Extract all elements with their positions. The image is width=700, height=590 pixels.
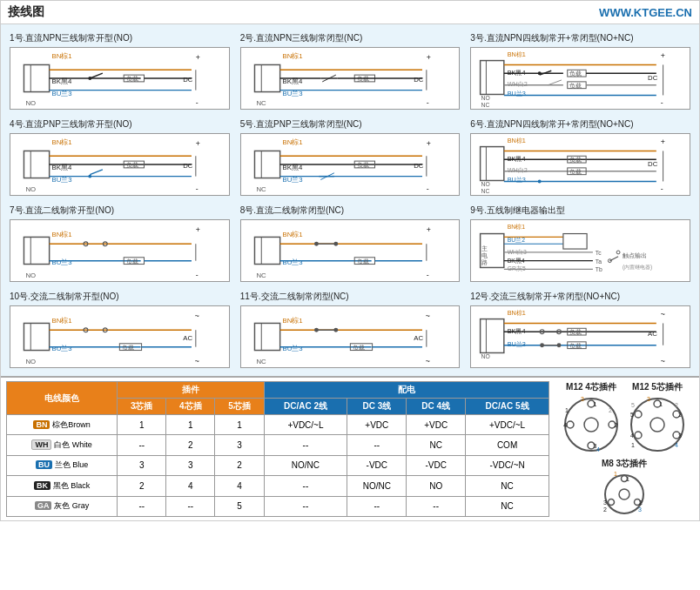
svg-text:WH白2: WH白2 — [508, 166, 528, 174]
diagram-3-svg: NO NC + - BN棕1 BK黑4 负载 WH白2 — [471, 48, 690, 109]
main-container: 接线图 WWW.KTGEE.CN 1号.直流NPN三线制常开型(NO) NO +… — [0, 0, 700, 521]
svg-text:2: 2 — [675, 402, 678, 408]
svg-text:BU兰3: BU兰3 — [52, 176, 72, 184]
row-bn-p5: 1 — [215, 415, 264, 435]
svg-text:BN棕1: BN棕1 — [282, 231, 302, 238]
diagram-8-box: NC + - BN棕1 BU兰3 负载 — [240, 219, 461, 282]
m12-4pin-svg: 1 2 3 4 3 2 4 1 — [562, 395, 621, 454]
svg-text:负载: 负载 — [569, 169, 582, 175]
svg-rect-0 — [24, 64, 49, 91]
row-bu-pw3: -VDC — [347, 455, 407, 475]
m8-3pin-svg: 1 2 3 1 3 2 — [602, 472, 647, 517]
row-bk-pw2: -- — [264, 476, 347, 496]
svg-text:3: 3 — [678, 432, 682, 439]
row-bn-p3: 1 — [118, 415, 166, 435]
svg-text:BU兰3: BU兰3 — [282, 90, 302, 97]
svg-text:负载: 负载 — [122, 345, 134, 351]
svg-text:BU兰3: BU兰3 — [282, 176, 302, 184]
svg-text:BN棕1: BN棕1 — [508, 137, 526, 144]
row-bk-pw4: NO — [407, 476, 466, 496]
diagram-10-svg: NO ~ ~ BN棕1 BU兰3 负载 AC — [10, 306, 229, 367]
svg-text:BN棕1: BN棕1 — [282, 52, 302, 60]
col-plugin-3: 3芯插 — [118, 399, 166, 415]
svg-text:~: ~ — [661, 357, 665, 365]
svg-text:NO: NO — [25, 99, 36, 107]
row-bn-code: BN 棕色Brown — [7, 415, 118, 435]
diagram-3-title: 3号.直流NPN四线制常开+常闭型(NO+NC) — [470, 32, 690, 44]
svg-text:+: + — [426, 139, 430, 148]
table-section: 电线颜色 插件 配电 3芯插 4芯插 5芯插 DC/AC 2线 DC 3线 DC… — [1, 376, 699, 520]
row-wh-p4: 2 — [166, 435, 215, 455]
svg-text:BN棕1: BN棕1 — [508, 50, 526, 58]
svg-text:BU兰3: BU兰3 — [52, 345, 72, 352]
svg-text:BN棕1: BN棕1 — [52, 52, 72, 60]
svg-text:DC: DC — [648, 160, 658, 168]
svg-text:负载: 负载 — [569, 83, 582, 89]
diagram-12-title: 12号.交流三线制常开+常闭型(NO+NC) — [470, 291, 690, 303]
svg-text:+: + — [196, 53, 200, 62]
svg-rect-155 — [563, 234, 587, 250]
svg-text:4: 4 — [563, 421, 568, 429]
svg-text:DC: DC — [414, 162, 424, 170]
diagram-2: 2号.直流NPN三线制常闭型(NC) NC + - BN棕1 BK黑4 — [237, 30, 464, 112]
diagram-5-title: 5号.直流PNP三线制常闭型(NC) — [240, 118, 461, 131]
svg-text:BU兰3: BU兰3 — [508, 340, 526, 348]
svg-text:2: 2 — [678, 412, 682, 418]
table-row-bk: BK 黑色 Black 2 4 4 -- NO/NC NO NC — [7, 476, 549, 496]
svg-text:NO: NO — [25, 272, 36, 279]
svg-text:NC: NC — [481, 188, 490, 194]
svg-text:BN棕1: BN棕1 — [282, 138, 302, 146]
diagram-1-svg: NO + - BN棕1 BK黑4 负载 BU兰3 — [10, 48, 229, 109]
diagram-8-title: 8号.直流二线制常闭型(NC) — [240, 204, 461, 217]
svg-point-249 — [635, 411, 642, 418]
connector-m12-row: M12 4芯插件 1 2 3 4 — [562, 381, 687, 454]
m12-4pin-group: M12 4芯插件 1 2 3 4 — [562, 381, 621, 454]
svg-text:+: + — [426, 53, 430, 62]
svg-text:DC: DC — [414, 76, 424, 84]
col-power-3: DC 3线 — [347, 399, 407, 415]
svg-text:~: ~ — [195, 312, 199, 320]
diagram-1-box: NO + - BN棕1 BK黑4 负载 BU兰3 — [10, 47, 230, 110]
svg-text:-: - — [196, 98, 199, 107]
row-ga-p5: 5 — [215, 496, 264, 516]
diagram-1-title: 1号.直流NPN三线制常开型(NO) — [10, 32, 230, 44]
diagrams-section: 1号.直流NPN三线制常开型(NO) NO + - BN棕1 BK黑4 — [1, 24, 699, 376]
m12-5pin-svg: 1 2 3 4 5 3 2 4 — [628, 395, 687, 454]
row-bu-p5: 2 — [215, 455, 264, 475]
row-wh-p3: -- — [118, 435, 166, 455]
svg-line-53 — [549, 80, 562, 85]
row-wh-pw4: NC — [407, 435, 466, 455]
m12-5pin-group: M12 5芯插件 1 2 3 4 — [628, 381, 687, 454]
svg-point-167 — [616, 251, 620, 254]
svg-rect-61 — [24, 151, 49, 178]
row-ga-pw4: -- — [407, 496, 466, 516]
row-bu-pw5: -VDC/~N — [466, 455, 549, 475]
diagram-3: 3号.直流NPN四线制常开+常闭型(NO+NC) NO NC + - BN棕1 … — [467, 30, 694, 112]
svg-text:2: 2 — [609, 407, 612, 413]
svg-text:1: 1 — [593, 400, 597, 408]
svg-text:BN棕1: BN棕1 — [52, 138, 72, 146]
svg-text:BU兰3: BU兰3 — [282, 345, 302, 352]
diagram-4-box: NO + - BN棕1 BK黑4 负载 BU兰3 DC — [10, 133, 230, 196]
diagram-10-title: 10号.交流二线制常开型(NO) — [10, 291, 230, 303]
svg-text:3: 3 — [581, 396, 584, 402]
diagram-7-title: 7号.直流二线制常开型(NO) — [10, 204, 230, 217]
svg-text:BU兰3: BU兰3 — [508, 176, 526, 184]
diagram-9: 9号.五线制继电器输出型 主 电 路 BN棕1 BU兰2 — [467, 202, 694, 285]
diagram-7-svg: NO + - BN棕1 BU兰3 负载 — [10, 220, 229, 281]
svg-text:NC: NC — [481, 102, 490, 108]
svg-text:路: 路 — [481, 259, 488, 265]
svg-text:(内置继电器): (内置继电器) — [623, 264, 652, 271]
row-bn-pw5: +VDC/~L — [466, 415, 549, 435]
diagram-6-box: NO NC + - BN棕1 BK黑4 负载 WH白2 负载 BU — [470, 133, 690, 196]
svg-text:负载: 负载 — [126, 76, 138, 82]
svg-rect-203 — [481, 319, 504, 353]
svg-text:NC: NC — [256, 272, 266, 279]
diagram-12-box: NO ~ ~ BN棕1 BK黑4 负载 BU兰3 — [470, 305, 690, 368]
page-title: 接线图 — [8, 4, 44, 20]
svg-rect-131 — [254, 237, 279, 264]
svg-text:负载: 负载 — [126, 258, 138, 265]
svg-text:1: 1 — [659, 401, 663, 407]
row-bu-code: BU 兰色 Blue — [7, 455, 118, 475]
m8-3pin-label: M8 3芯插件 — [602, 458, 647, 470]
